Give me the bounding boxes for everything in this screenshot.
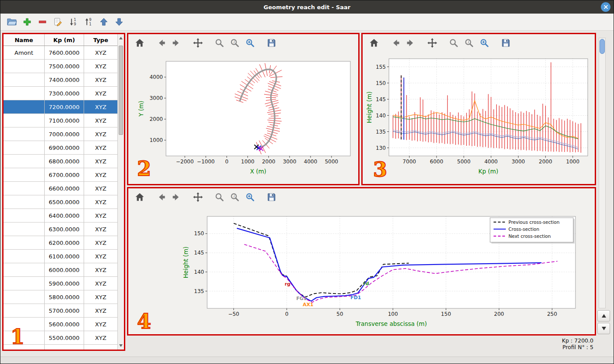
table-row[interactable]: 5800.0000XYZ xyxy=(4,290,117,304)
name-cell xyxy=(4,87,45,100)
svg-text:−2000: −2000 xyxy=(176,159,194,165)
zoom-button[interactable] xyxy=(213,37,226,49)
zoom-button[interactable] xyxy=(448,37,460,49)
table-row[interactable]: 5900.0000XYZ xyxy=(4,277,117,290)
svg-text:1000: 1000 xyxy=(149,137,163,143)
table-row[interactable]: 6200.0000XYZ xyxy=(4,236,117,250)
table-row[interactable]: 7200.0000XYZ xyxy=(4,100,117,114)
name-cell xyxy=(4,73,45,86)
table-scrollbar[interactable] xyxy=(117,34,124,350)
column-header-name[interactable]: Name xyxy=(4,34,45,46)
table-row[interactable]: Amont7600.0000XYZ xyxy=(4,46,117,60)
table-row[interactable]: 6600.0000XYZ xyxy=(4,182,117,195)
save-button[interactable] xyxy=(265,191,278,203)
svg-text:Cross-section: Cross-section xyxy=(508,226,539,232)
zoom-info-button[interactable]: i xyxy=(229,191,241,203)
svg-text:50: 50 xyxy=(336,311,343,317)
table-row[interactable]: 6500.0000XYZ xyxy=(4,195,117,209)
table-row[interactable]: 7000.0000XYZ xyxy=(4,127,117,141)
forward-button[interactable] xyxy=(170,37,183,49)
name-cell xyxy=(4,236,45,249)
cross-section-plot-toolbar: i xyxy=(128,188,595,206)
column-header-kp-m-[interactable]: Kp (m) xyxy=(45,34,84,46)
type-cell: XYZ xyxy=(84,195,117,209)
move-up-button[interactable] xyxy=(98,16,110,28)
scroll-up-icon[interactable] xyxy=(119,37,123,39)
pan-button[interactable] xyxy=(192,191,204,203)
name-cell xyxy=(4,168,45,181)
sort-ascending-button[interactable]: 91 xyxy=(82,16,95,28)
close-button[interactable] xyxy=(601,2,610,12)
table-scrollbar-thumb[interactable] xyxy=(119,46,123,135)
pan-button[interactable] xyxy=(426,37,438,49)
table-row[interactable]: 7300.0000XYZ xyxy=(4,87,117,100)
app-toolbar: 1991 xyxy=(0,14,614,31)
kp-cell: 5400.0000 xyxy=(45,345,84,350)
svg-text:i: i xyxy=(233,194,235,198)
svg-text:150: 150 xyxy=(441,311,451,317)
table-row[interactable]: 7500.0000XYZ xyxy=(4,60,117,73)
zoom-info-button[interactable]: i xyxy=(463,37,475,49)
table-row[interactable]: 5700.0000XYZ xyxy=(4,304,117,318)
back-button[interactable] xyxy=(389,37,402,49)
longitudinal-profile-plot[interactable]: 7000600050004000300020001000130135140145… xyxy=(363,52,595,181)
pan-button[interactable] xyxy=(192,37,204,49)
table-row[interactable]: 6900.0000XYZ xyxy=(4,141,117,155)
svg-text:5000: 5000 xyxy=(457,159,471,165)
window: Geometry reach edit - Saar 1991 NameKp (… xyxy=(0,0,614,364)
profile-table-panel: NameKp (m)Type Amont7600.0000XYZ7500.000… xyxy=(2,33,125,351)
zoom-region-button[interactable] xyxy=(478,37,490,49)
kp-cell: 7600.0000 xyxy=(45,46,84,59)
forward-button[interactable] xyxy=(170,191,183,203)
zoom-region-button[interactable] xyxy=(244,37,256,49)
arrow-right-icon xyxy=(406,38,416,48)
svg-text:140: 140 xyxy=(194,269,204,275)
home-button[interactable] xyxy=(134,191,146,203)
home-button[interactable] xyxy=(368,37,380,49)
table-row[interactable]: 6300.0000XYZ xyxy=(4,223,117,236)
table-row[interactable]: 6100.0000XYZ xyxy=(4,250,117,263)
cross-section-plot[interactable]: −50050100150200250135140145150Transverse… xyxy=(128,206,595,334)
type-cell: XYZ xyxy=(84,236,117,249)
back-button[interactable] xyxy=(155,191,167,203)
name-cell xyxy=(4,100,45,113)
folder-icon xyxy=(7,17,17,27)
next-profile-button[interactable] xyxy=(597,323,610,334)
name-cell xyxy=(4,141,45,154)
edit-profile-button[interactable] xyxy=(52,16,64,28)
save-button[interactable] xyxy=(265,37,278,49)
save-button[interactable] xyxy=(500,37,512,49)
zoom-info-button[interactable]: i xyxy=(229,37,241,49)
name-cell xyxy=(4,250,45,263)
table-row[interactable]: 6400.0000XYZ xyxy=(4,209,117,223)
main-scrollbar-thumb[interactable] xyxy=(600,39,605,54)
svg-text:2000: 2000 xyxy=(539,159,552,165)
sort-descending-button[interactable]: 19 xyxy=(67,16,79,28)
home-button[interactable] xyxy=(134,37,146,49)
add-profile-button[interactable] xyxy=(21,16,33,28)
svg-text:4000: 4000 xyxy=(304,159,318,165)
name-cell xyxy=(4,114,45,127)
previous-profile-button[interactable] xyxy=(597,310,610,322)
svg-text:155: 155 xyxy=(376,64,386,70)
table-row[interactable]: 6700.0000XYZ xyxy=(4,168,117,182)
back-button[interactable] xyxy=(155,37,167,49)
table-row[interactable]: 6000.0000XYZ xyxy=(4,263,117,277)
open-file-button[interactable] xyxy=(6,16,18,28)
main-scrollbar[interactable] xyxy=(599,38,606,308)
column-header-type[interactable]: Type xyxy=(84,34,117,46)
svg-text:rg: rg xyxy=(285,281,290,287)
plan-view-plot[interactable]: −2000−1000010002000300040005000100020003… xyxy=(128,52,358,181)
table-row[interactable]: 7400.0000XYZ xyxy=(4,73,117,87)
move-down-button[interactable] xyxy=(113,16,125,28)
table-row[interactable]: 6800.0000XYZ xyxy=(4,155,117,168)
forward-button[interactable] xyxy=(405,37,417,49)
type-cell: XYZ xyxy=(84,263,117,276)
scroll-down-icon[interactable] xyxy=(119,344,123,347)
kp-cell: 7500.0000 xyxy=(45,60,84,73)
name-cell xyxy=(4,263,45,276)
remove-profile-button[interactable] xyxy=(36,16,49,28)
zoom-button[interactable] xyxy=(213,191,226,203)
table-row[interactable]: 7100.0000XYZ xyxy=(4,114,117,127)
zoom-region-button[interactable] xyxy=(244,191,256,203)
